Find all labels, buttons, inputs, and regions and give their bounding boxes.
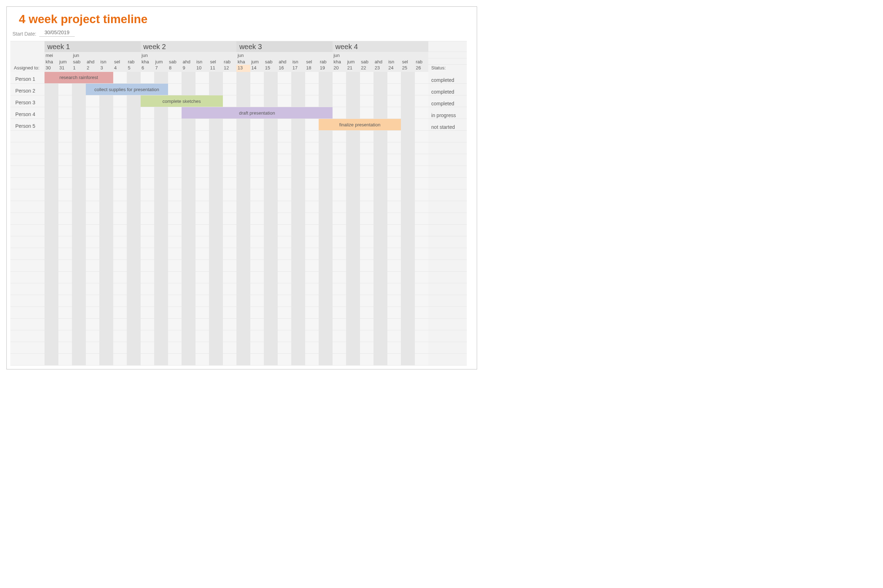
gantt-cell[interactable] [236, 260, 250, 272]
gantt-cell[interactable] [45, 189, 59, 201]
gantt-cell[interactable] [305, 225, 319, 236]
gantt-cell[interactable] [72, 354, 86, 366]
gantt-bar[interactable]: draft presentation [182, 107, 333, 118]
gantt-cell[interactable] [401, 142, 415, 154]
gantt-cell[interactable] [86, 201, 100, 213]
gantt-cell[interactable] [59, 272, 72, 284]
gantt-cell[interactable] [182, 342, 195, 354]
gantt-cell[interactable] [346, 272, 360, 284]
gantt-cell[interactable] [168, 119, 182, 130]
gantt-cell[interactable] [305, 154, 319, 166]
gantt-cell[interactable] [305, 201, 319, 213]
gantt-cell[interactable] [209, 154, 223, 166]
gantt-cell[interactable] [333, 178, 347, 189]
gantt-cell[interactable] [415, 260, 429, 272]
person-cell[interactable]: Person 2 [11, 84, 45, 95]
gantt-cell[interactable] [250, 142, 264, 154]
gantt-cell[interactable] [154, 107, 168, 119]
gantt-cell[interactable] [387, 225, 401, 236]
gantt-cell[interactable] [223, 72, 237, 84]
gantt-cell[interactable] [305, 119, 319, 130]
gantt-cell[interactable] [59, 295, 72, 307]
gantt-cell[interactable] [168, 248, 182, 260]
gantt-cell[interactable] [415, 284, 429, 295]
gantt-cell[interactable] [195, 130, 209, 142]
gantt-cell[interactable] [333, 166, 347, 178]
gantt-cell[interactable] [113, 166, 127, 178]
gantt-cell[interactable] [209, 130, 223, 142]
gantt-cell[interactable] [415, 330, 429, 342]
gantt-cell[interactable] [291, 330, 305, 342]
gantt-cell[interactable] [291, 225, 305, 236]
person-cell[interactable] [11, 318, 45, 330]
gantt-cell[interactable] [223, 342, 237, 354]
gantt-cell[interactable] [99, 178, 113, 189]
gantt-cell[interactable] [209, 201, 223, 213]
gantt-cell[interactable] [141, 354, 155, 366]
gantt-cell[interactable] [360, 72, 374, 84]
gantt-cell[interactable] [319, 342, 333, 354]
gantt-cell[interactable] [236, 166, 250, 178]
person-cell[interactable] [11, 189, 45, 201]
gantt-cell[interactable] [250, 318, 264, 330]
gantt-cell[interactable] [127, 166, 141, 178]
gantt-cell[interactable] [99, 189, 113, 201]
gantt-cell[interactable] [154, 189, 168, 201]
gantt-cell[interactable] [346, 72, 360, 84]
gantt-cell[interactable] [346, 107, 360, 119]
gantt-cell[interactable] [264, 178, 278, 189]
gantt-cell[interactable] [401, 307, 415, 318]
gantt-cell[interactable] [291, 272, 305, 284]
gantt-cell[interactable] [141, 272, 155, 284]
gantt-cell[interactable] [168, 189, 182, 201]
person-cell[interactable] [11, 154, 45, 166]
gantt-cell[interactable] [250, 119, 264, 130]
gantt-cell[interactable] [401, 354, 415, 366]
gantt-cell[interactable] [223, 189, 237, 201]
gantt-cell[interactable] [319, 178, 333, 189]
gantt-cell[interactable] [305, 72, 319, 84]
gantt-cell[interactable] [333, 201, 347, 213]
gantt-cell[interactable] [264, 342, 278, 354]
gantt-cell[interactable] [113, 225, 127, 236]
gantt-cell[interactable] [401, 272, 415, 284]
gantt-cell[interactable] [86, 166, 100, 178]
gantt-cell[interactable] [195, 330, 209, 342]
gantt-cell[interactable] [346, 236, 360, 248]
gantt-cell[interactable] [209, 354, 223, 366]
gantt-cell[interactable] [182, 248, 195, 260]
gantt-cell[interactable] [360, 154, 374, 166]
status-cell[interactable] [428, 248, 467, 260]
gantt-cell[interactable] [291, 154, 305, 166]
gantt-cell[interactable] [236, 272, 250, 284]
gantt-cell[interactable] [86, 342, 100, 354]
gantt-cell[interactable] [360, 84, 374, 95]
gantt-cell[interactable] [250, 72, 264, 84]
gantt-cell[interactable] [346, 189, 360, 201]
gantt-cell[interactable] [360, 236, 374, 248]
gantt-cell[interactable] [72, 225, 86, 236]
gantt-cell[interactable] [374, 84, 387, 95]
gantt-cell[interactable] [291, 236, 305, 248]
gantt-cell[interactable] [59, 166, 72, 178]
gantt-cell[interactable] [401, 95, 415, 107]
gantt-cell[interactable] [45, 95, 59, 107]
gantt-cell[interactable] [127, 354, 141, 366]
gantt-cell[interactable] [59, 84, 72, 95]
gantt-cell[interactable] [141, 178, 155, 189]
gantt-cell[interactable] [250, 225, 264, 236]
gantt-cell[interactable] [278, 95, 291, 107]
status-cell[interactable] [428, 142, 467, 154]
gantt-cell[interactable] [250, 260, 264, 272]
gantt-cell[interactable] [195, 189, 209, 201]
gantt-cell[interactable] [168, 130, 182, 142]
gantt-cell[interactable] [305, 272, 319, 284]
gantt-cell[interactable] [401, 130, 415, 142]
gantt-cell[interactable] [45, 142, 59, 154]
gantt-cell[interactable] [209, 236, 223, 248]
gantt-cell[interactable] [250, 95, 264, 107]
gantt-cell[interactable] [168, 142, 182, 154]
gantt-cell[interactable] [209, 248, 223, 260]
gantt-cell[interactable] [415, 225, 429, 236]
gantt-cell[interactable] [168, 354, 182, 366]
